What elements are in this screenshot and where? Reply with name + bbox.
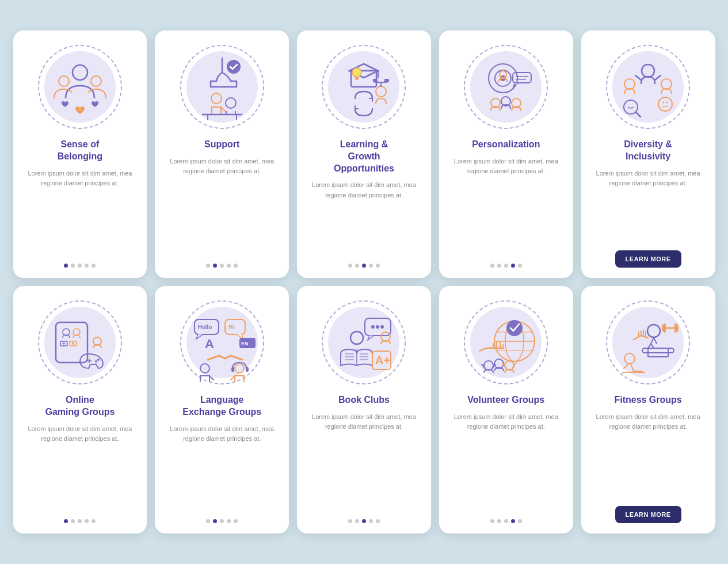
dot-1 (497, 264, 501, 268)
pagination-dots-online-gaming (64, 519, 96, 523)
card-learning-growth: Learning &GrowthOpportunities Lorem ipsu… (297, 31, 431, 278)
card-body-personalization: Lorem ipsum dolor sit dim amet, mea regi… (447, 157, 565, 256)
dot-3 (369, 519, 373, 523)
dot-1 (355, 264, 359, 268)
dot-4 (376, 264, 380, 268)
pagination-dots-learning-growth (348, 264, 380, 268)
icon-support (176, 41, 268, 133)
dot-1 (497, 519, 501, 523)
dot-2 (362, 519, 366, 523)
dot-3 (85, 519, 89, 523)
dot-0 (206, 264, 210, 268)
svg-point-74 (328, 307, 399, 378)
card-body-online-gaming: Lorem ipsum dolor sit dim amet, mea regi… (21, 424, 139, 511)
svg-point-44 (666, 102, 668, 104)
dot-3 (227, 264, 231, 268)
svg-rect-117 (664, 323, 666, 333)
dot-2 (220, 264, 224, 268)
dot-4 (92, 519, 96, 523)
pagination-dots-volunteer-groups (490, 519, 522, 523)
svg-text:Hello: Hello (198, 324, 212, 330)
svg-rect-20 (384, 79, 389, 82)
dot-1 (213, 519, 217, 523)
icon-book-clubs: A+ (318, 296, 410, 388)
card-diversity-inclusivity: Diversity &Inclusivity Lorem ipsum dolor… (581, 31, 715, 278)
dot-0 (348, 264, 352, 268)
dot-0 (64, 519, 68, 523)
card-title-learning-growth: Learning &GrowthOpportunities (334, 139, 394, 174)
card-title-sense-of-belonging: Sense ofBelonging (58, 139, 102, 163)
dot-1 (71, 264, 75, 268)
card-title-diversity-inclusivity: Diversity &Inclusivity (624, 139, 672, 163)
dot-0 (206, 519, 210, 523)
dot-2 (362, 264, 366, 268)
icon-personalization (460, 41, 552, 133)
card-body-sense-of-belonging: Lorem ipsum dolor sit dim amet, mea regi… (21, 169, 139, 256)
svg-point-43 (663, 102, 665, 104)
dot-4 (92, 264, 96, 268)
svg-point-55 (72, 342, 74, 345)
svg-point-15 (352, 68, 361, 77)
dot-0 (348, 519, 352, 523)
icon-volunteer-groups (460, 296, 552, 388)
svg-point-59 (95, 360, 97, 363)
icon-diversity-inclusivity (602, 41, 694, 133)
dot-4 (518, 264, 522, 268)
card-body-learning-growth: Lorem ipsum dolor sit dim amet, mea regi… (305, 180, 423, 256)
svg-point-77 (371, 325, 375, 329)
card-support: Support Lorem ipsum dolor sit dim amet, … (155, 31, 289, 278)
dot-2 (504, 264, 508, 268)
learn-more-button-diversity-inclusivity[interactable]: LEARN MORE (615, 250, 681, 268)
svg-text:A+: A+ (375, 354, 390, 367)
svg-rect-73 (246, 367, 249, 372)
dot-0 (64, 264, 68, 268)
dot-2 (78, 519, 82, 523)
svg-text:Hi: Hi (228, 324, 234, 330)
icon-learning-growth (318, 41, 410, 133)
card-personalization: Personalization Lorem ipsum dolor sit di… (439, 31, 573, 278)
card-sense-of-belonging: Sense ofBelonging Lorem ipsum dolor sit … (13, 31, 147, 278)
svg-text:EN: EN (241, 341, 249, 346)
card-fitness-groups: Fitness Groups Lorem ipsum dolor sit dim… (581, 286, 715, 533)
svg-rect-72 (231, 367, 234, 372)
card-volunteer-groups: Volunteer Groups Lorem ipsum dolor sit d… (439, 286, 573, 533)
svg-rect-119 (674, 323, 677, 333)
dot-0 (490, 519, 494, 523)
pagination-dots-book-clubs (348, 519, 380, 523)
svg-point-33 (612, 51, 684, 123)
dot-3 (511, 519, 515, 523)
card-title-support: Support (204, 139, 239, 151)
icon-online-gaming (34, 296, 126, 388)
card-title-personalization: Personalization (472, 139, 540, 151)
dot-4 (518, 519, 522, 523)
pagination-dots-language-exchange (206, 519, 238, 523)
svg-point-98 (506, 320, 523, 336)
icon-fitness-groups (602, 296, 694, 388)
card-title-fitness-groups: Fitness Groups (614, 394, 681, 406)
card-book-clubs: A+ Book Clubs Lorem ipsum dolor sit dim … (297, 286, 431, 533)
pagination-dots-personalization (490, 264, 522, 268)
pagination-dots-sense-of-belonging (64, 264, 96, 268)
learn-more-button-fitness-groups[interactable]: LEARN MORE (615, 506, 681, 523)
pagination-dots-support (206, 264, 238, 268)
card-body-book-clubs: Lorem ipsum dolor sit dim amet, mea regi… (305, 412, 423, 511)
svg-text:A: A (205, 337, 214, 351)
dot-2 (78, 264, 82, 268)
card-body-volunteer-groups: Lorem ipsum dolor sit dim amet, mea regi… (447, 412, 565, 511)
icon-language-exchange: Hello Hi EN A (176, 296, 268, 388)
svg-point-79 (380, 325, 384, 329)
svg-rect-19 (373, 79, 378, 82)
svg-point-7 (227, 60, 241, 74)
dot-2 (504, 519, 508, 523)
icon-sense-of-belonging (34, 41, 126, 133)
card-title-online-gaming: OnlineGaming Groups (45, 394, 115, 418)
card-body-language-exchange: Lorem ipsum dolor sit dim amet, mea regi… (163, 424, 281, 511)
svg-point-78 (376, 325, 379, 329)
svg-point-58 (97, 359, 100, 361)
dot-3 (511, 264, 515, 268)
svg-point-106 (612, 307, 684, 378)
dot-1 (213, 264, 217, 268)
dot-3 (227, 519, 231, 523)
dot-2 (220, 519, 224, 523)
dot-1 (71, 519, 75, 523)
